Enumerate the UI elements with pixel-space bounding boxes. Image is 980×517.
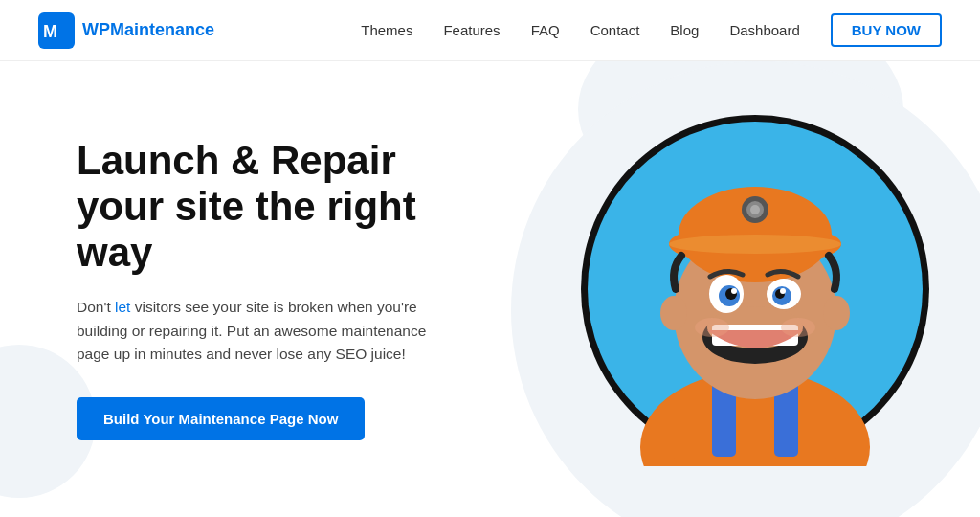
hero-section: Launch & Repair your site the right way … — [0, 61, 980, 517]
svg-point-22 — [731, 288, 737, 294]
svg-point-26 — [780, 288, 786, 294]
logo-text: WPMaintenance — [82, 20, 214, 40]
nav-contact[interactable]: Contact — [590, 22, 640, 38]
site-header: M WPMaintenance Themes Features FAQ Cont… — [0, 0, 980, 61]
cta-button[interactable]: Build Your Maintenance Page Now — [77, 397, 365, 440]
svg-rect-5 — [674, 390, 836, 466]
hero-subtext: Don't let visitors see your site is brok… — [77, 296, 440, 367]
svg-text:M: M — [43, 22, 57, 41]
mascot-illustration — [578, 112, 932, 466]
hero-subtext-link[interactable]: let — [115, 299, 130, 315]
logo[interactable]: M WPMaintenance — [38, 12, 214, 49]
hero-headline: Launch & Repair your site the right way — [77, 138, 440, 277]
svg-point-27 — [660, 296, 687, 330]
hero-content: Launch & Repair your site the right way … — [0, 138, 440, 440]
nav-faq[interactable]: FAQ — [531, 22, 560, 38]
svg-point-15 — [750, 205, 760, 214]
svg-point-28 — [823, 296, 850, 330]
svg-point-12 — [669, 235, 841, 254]
nav-blog[interactable]: Blog — [670, 22, 699, 38]
logo-icon: M — [38, 12, 75, 49]
main-nav: Themes Features FAQ Contact Blog Dashboa… — [361, 13, 942, 47]
mascot — [578, 112, 932, 466]
nav-themes[interactable]: Themes — [361, 22, 412, 38]
nav-features[interactable]: Features — [443, 22, 500, 38]
svg-point-30 — [781, 318, 815, 337]
nav-dashboard[interactable]: Dashboard — [729, 22, 799, 38]
buy-now-button[interactable]: BUY NOW — [831, 13, 942, 47]
svg-point-29 — [695, 318, 729, 337]
